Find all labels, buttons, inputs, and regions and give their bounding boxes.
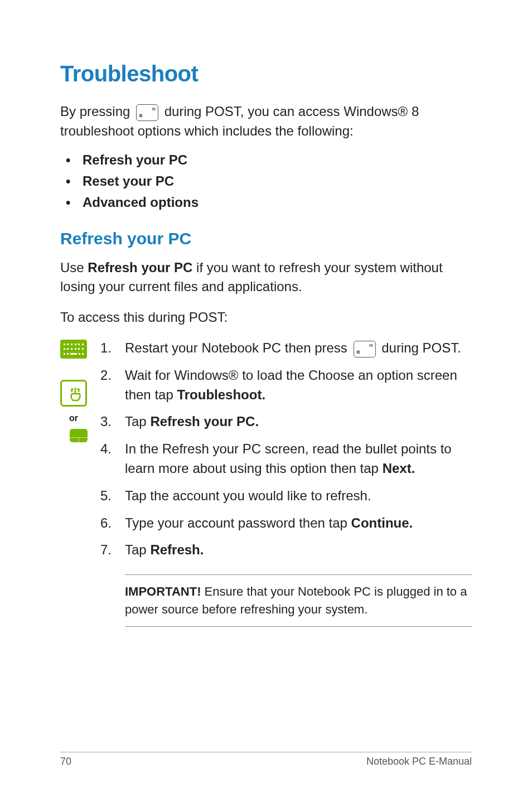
note-label: IMPORTANT!	[125, 584, 205, 598]
step-2-a: Wait for Windows® to load the Choose an …	[125, 368, 457, 402]
step-1-b: during POST.	[378, 340, 461, 355]
step-1: Restart your Notebook PC then press ⊠f9 …	[100, 339, 472, 358]
page-footer: 70 Notebook PC E-Manual	[60, 752, 472, 767]
step-7-a: Tap	[125, 542, 150, 557]
keyboard-icon	[60, 340, 87, 359]
option-advanced: Advanced options	[83, 195, 472, 210]
f9-key-label-2: f9	[369, 342, 373, 349]
option-refresh: Refresh your PC	[83, 152, 472, 168]
important-note: IMPORTANT! Ensure that your Notebook PC …	[125, 574, 472, 627]
step-6-b: Continue.	[351, 515, 413, 530]
icons-column: or	[60, 339, 97, 442]
step-7: Tap Refresh.	[100, 540, 472, 560]
step-3: Tap Refresh your PC.	[100, 412, 472, 432]
intro-paragraph: By pressing ⊠f9 during POST, you can acc…	[60, 102, 472, 141]
step-2-b: Troubleshoot.	[177, 387, 265, 402]
option-advanced-label: Advanced options	[83, 195, 199, 210]
page-title: Troubleshoot	[60, 61, 472, 86]
step-6: Type your account password then tap Cont…	[100, 514, 472, 533]
section-subhead: Refresh your PC	[60, 229, 472, 248]
touchpad-icon	[70, 429, 88, 442]
option-reset-label: Reset your PC	[83, 173, 174, 189]
access-line: To access this during POST:	[60, 308, 472, 327]
touch-icon	[60, 380, 87, 407]
page-number: 70	[60, 756, 71, 767]
refresh-intro: Use Refresh your PC if you want to refre…	[60, 258, 472, 297]
refresh-intro-b: Refresh your PC	[88, 260, 192, 275]
f9-key-icon-2: ⊠f9	[354, 341, 376, 357]
options-list: Refresh your PC Reset your PC Advanced o…	[83, 152, 472, 210]
f9-key-icon: ⊠f9	[136, 104, 158, 121]
step-2: Wait for Windows® to load the Choose an …	[100, 366, 472, 405]
steps-list: Restart your Notebook PC then press ⊠f9 …	[100, 339, 472, 560]
or-label: or	[60, 413, 87, 423]
intro-text-a: By pressing	[60, 104, 134, 119]
f9-key-label: f9	[152, 106, 156, 113]
step-5: Tap the account you would like to refres…	[100, 486, 472, 506]
step-3-a: Tap	[125, 414, 150, 429]
step-1-a: Restart your Notebook PC then press	[125, 340, 351, 355]
option-refresh-label: Refresh your PC	[83, 152, 187, 167]
step-3-b: Refresh your PC.	[150, 414, 259, 429]
step-7-b: Refresh.	[150, 542, 204, 557]
step-4-b: Next.	[383, 461, 415, 476]
step-6-a: Type your account password then tap	[125, 515, 351, 530]
step-4: In the Refresh your PC screen, read the …	[100, 439, 472, 479]
option-reset: Reset your PC	[83, 173, 472, 189]
refresh-intro-a: Use	[60, 260, 88, 275]
footer-label: Notebook PC E-Manual	[366, 756, 472, 767]
